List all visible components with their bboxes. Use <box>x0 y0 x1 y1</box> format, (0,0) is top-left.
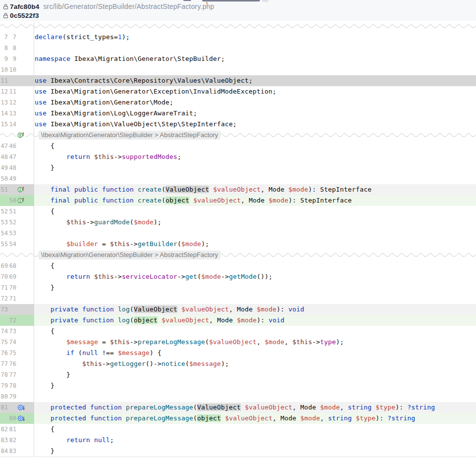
code-line[interactable] <box>34 43 476 53</box>
code-token: $this <box>82 360 102 367</box>
code-line[interactable] <box>34 173 476 184</box>
line-number-old: 72 <box>0 293 8 304</box>
implements-method-icon[interactable] <box>17 131 26 139</box>
code-line[interactable] <box>34 64 476 75</box>
code-token <box>122 414 126 422</box>
code-token: ( <box>205 338 209 346</box>
collapsed-region-row[interactable]: \Ibexa\Migration\Generator\StepBuilder >… <box>0 250 476 260</box>
line-number-old <box>0 195 8 206</box>
implements-method-icon[interactable] <box>17 186 26 194</box>
code-line[interactable]: use Ibexa\Migration\Generator\Exception\… <box>34 86 476 97</box>
line-number-new: 80 <box>8 413 16 424</box>
code-line[interactable]: private function log(object $valueObject… <box>34 315 476 326</box>
line-number-new: 50 <box>8 195 16 206</box>
code-line[interactable]: namespace Ibexa\Migration\Generator\Step… <box>34 53 476 64</box>
code-token: = <box>98 338 110 346</box>
code-line[interactable]: use Ibexa\Migration\Log\LoggerAwareTrait… <box>34 108 476 119</box>
code-text: use Ibexa\Migration\ValueObject\Step\Ste… <box>34 119 476 130</box>
code-token <box>86 414 90 422</box>
code-line[interactable]: { <box>34 260 476 271</box>
line-number-new <box>8 304 16 315</box>
code-text: { <box>34 206 476 217</box>
toolbar-fragment-bar <box>202 0 260 1</box>
code-token: -> <box>130 240 138 248</box>
code-token <box>78 316 82 324</box>
code-token: serviceLocator <box>122 273 177 280</box>
code-line[interactable]: $this->guardMode($mode); <box>34 217 476 228</box>
code-line[interactable]: return null; <box>34 435 476 446</box>
code-token: , <box>284 338 292 346</box>
code-line[interactable]: } <box>34 446 476 457</box>
commit-header: 7afc80b4 src/lib/Generator/StepBuilder/A… <box>0 0 476 21</box>
collapsed-region-row[interactable]: \Ibexa\Migration\Generator\StepBuilder >… <box>0 130 476 141</box>
fold-context-pill[interactable]: \Ibexa\Migration\Generator\StepBuilder >… <box>38 131 220 140</box>
line-number-old: 70 <box>0 271 8 282</box>
code-line[interactable]: use Ibexa\Contracts\Core\Repository\Valu… <box>34 75 476 86</box>
line-number-new: 14 <box>8 119 16 130</box>
code-text: } <box>34 446 476 457</box>
code-token <box>90 153 94 160</box>
code-line[interactable]: final public function create(object $val… <box>34 195 476 206</box>
gutter: 8079 <box>0 391 34 402</box>
code-line[interactable]: declare(strict_types=1); <box>34 32 476 43</box>
code-token: supportedModes <box>122 153 177 160</box>
implements-method-icon[interactable] <box>17 197 26 204</box>
gutter: 1413 <box>0 108 34 119</box>
overridden-method-icon[interactable] <box>17 414 26 422</box>
overridden-method-icon[interactable] <box>17 404 26 411</box>
diff-row: 80 protected function prepareLogMessage(… <box>0 413 476 424</box>
code-line[interactable]: $this->getLogger()->notice($message); <box>34 358 476 369</box>
code-line[interactable]: $message = $this->prepareLogMessage($val… <box>34 337 476 348</box>
code-line[interactable]: } <box>34 369 476 380</box>
code-line[interactable]: { <box>34 206 476 217</box>
code-line[interactable]: return $this->supportedModes; <box>34 152 476 162</box>
code-token: $this <box>110 338 130 346</box>
line-number-new: 78 <box>8 380 16 391</box>
code-token: ( <box>130 218 134 226</box>
code-token: ); <box>201 240 209 248</box>
code-line[interactable]: protected function prepareLogMessage(Val… <box>34 402 476 413</box>
code-line[interactable]: return $this->serviceLocator->get($mode-… <box>34 271 476 282</box>
code-token: $this <box>292 338 312 346</box>
line-number-new <box>8 184 16 195</box>
code-line[interactable]: } <box>34 282 476 293</box>
collapsed-region-row[interactable] <box>0 21 476 32</box>
line-number-new: 74 <box>8 337 16 348</box>
line-number-old: 15 <box>0 119 8 130</box>
code-token: $mode <box>264 338 284 346</box>
code-token: } <box>35 371 70 378</box>
gutter: 5554 <box>0 239 34 250</box>
line-number-new: 46 <box>8 141 16 152</box>
code-text: } <box>34 369 476 380</box>
code-line[interactable]: $builder = $this->getBuilder($mode); <box>34 239 476 250</box>
code-text: } <box>34 162 476 173</box>
line-number-new: 70 <box>8 282 16 293</box>
line-number-new: 54 <box>8 239 16 250</box>
code-line[interactable]: protected function prepareLogMessage(obj… <box>34 413 476 424</box>
code-token: private <box>51 305 78 313</box>
code-line[interactable]: { <box>34 326 476 337</box>
line-number-old: 83 <box>0 435 8 446</box>
code-token: use <box>35 77 47 84</box>
code-token <box>35 305 51 313</box>
code-line[interactable]: { <box>34 424 476 435</box>
line-number-old: 80 <box>0 391 8 402</box>
code-text: { <box>34 141 476 152</box>
code-line[interactable]: { <box>34 141 476 152</box>
code-token: , <box>340 404 348 411</box>
line-number-old: 76 <box>0 348 8 358</box>
line-number-old: 69 <box>0 260 8 271</box>
code-line[interactable]: } <box>34 162 476 173</box>
code-text: { <box>34 260 476 271</box>
code-line[interactable]: if (null !== $message) { <box>34 348 476 358</box>
line-number-old: 82 <box>0 424 8 435</box>
code-line[interactable]: use Ibexa\Migration\Generator\Mode; <box>34 97 476 108</box>
code-line[interactable] <box>34 391 476 402</box>
code-line[interactable] <box>34 293 476 304</box>
fold-context-pill[interactable]: \Ibexa\Migration\Generator\StepBuilder >… <box>38 251 220 259</box>
code-line[interactable]: use Ibexa\Migration\ValueObject\Step\Ste… <box>34 119 476 130</box>
code-line[interactable]: } <box>34 380 476 391</box>
code-line[interactable]: final public function create(ValueObject… <box>34 184 476 195</box>
code-line[interactable] <box>34 228 476 239</box>
code-line[interactable]: private function log(ValueObject $valueO… <box>34 304 476 315</box>
